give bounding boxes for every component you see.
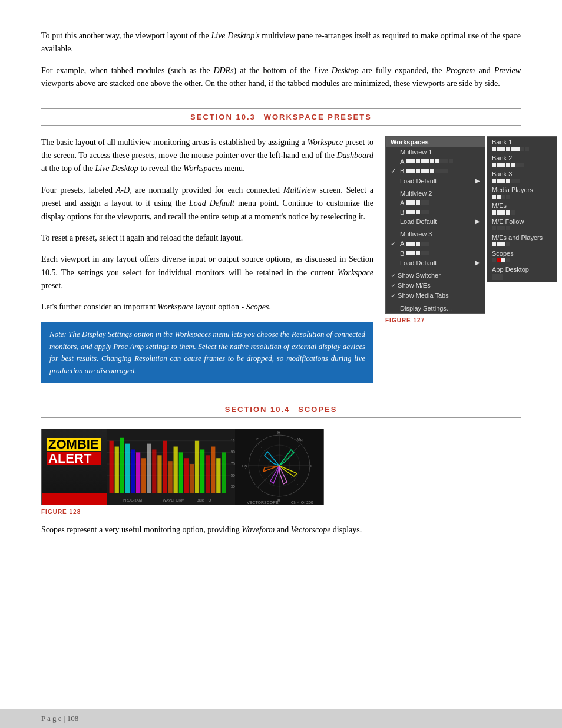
svg-rect-13	[152, 450, 156, 493]
svg-rect-11	[141, 458, 146, 493]
svg-text:Yl: Yl	[256, 437, 260, 442]
section-103-text: The basic layout of all multiview monito…	[41, 136, 373, 383]
workspace-menu: Workspaces Multiview 1 A ✓ B	[385, 136, 485, 314]
page-content: To put this another way, the viewport la…	[0, 0, 562, 580]
page-footer: P a g e | 108	[0, 709, 562, 728]
section-104-title: SCOPES	[298, 405, 337, 414]
submenu-bank1[interactable]: Bank 1	[487, 137, 557, 153]
ws-preset-b3[interactable]: B	[386, 249, 485, 258]
svg-text:50: 50	[231, 473, 235, 477]
svg-rect-10	[136, 452, 140, 493]
ws-load-default2[interactable]: Load Default ▶	[386, 217, 485, 226]
bank1-icons	[492, 147, 552, 151]
mef-icons	[492, 226, 552, 230]
ws-arrow3: ▶	[475, 259, 480, 266]
ws-load-default3[interactable]: Load Default ▶	[386, 258, 485, 268]
svg-text:110: 110	[231, 438, 235, 442]
svg-rect-22	[200, 450, 204, 493]
scopes-image: ZOMBIE ALERT	[41, 429, 324, 505]
ws-preset-a1[interactable]: A	[386, 157, 485, 166]
preset-a1-icon	[406, 159, 453, 163]
scopes-icons	[492, 258, 552, 262]
ws-para1: The basic layout of all multiview monito…	[41, 136, 373, 176]
workspace-submenu-container: Workspaces Multiview 1 A ✓ B	[385, 136, 521, 314]
ws-arrow1: ▶	[475, 177, 480, 184]
ws-show-switcher[interactable]: ✓ Show Switcher	[386, 271, 485, 281]
submenu-scopes[interactable]: Scopes	[487, 248, 557, 264]
workspace-menu-figure: Workspaces Multiview 1 A ✓ B	[385, 136, 521, 324]
svg-rect-23	[206, 455, 210, 493]
mes-icons	[492, 210, 552, 215]
svg-rect-15	[163, 441, 167, 493]
vectorscope-panel: R G B Cy Mg Yl VECTORSCOPE Ch 4 Of 200	[235, 429, 323, 505]
waveform-svg: 110 90 70 50 30 PROGRAM WAVEFORM Blue O	[107, 429, 235, 505]
ws-menu-header: Workspaces	[386, 137, 485, 147]
ws-multiview3[interactable]: Multiview 3	[386, 229, 485, 239]
section-103-content: The basic layout of all multiview monito…	[41, 136, 521, 383]
svg-rect-7	[120, 438, 124, 493]
mep-icons	[492, 242, 552, 246]
svg-text:Ch 4 Of 200: Ch 4 Of 200	[291, 500, 313, 505]
zombie-panel: ZOMBIE ALERT	[42, 429, 107, 505]
note-box: Note: The Display Settings option in the…	[41, 322, 373, 383]
submenu-bank2[interactable]: Bank 2	[487, 153, 557, 169]
ws-show-media-tabs[interactable]: ✓ Show Media Tabs	[386, 291, 485, 301]
svg-rect-21	[195, 441, 199, 493]
intro-para2: For example, when tabbed modules (such a…	[41, 64, 521, 91]
svg-text:R: R	[277, 430, 280, 434]
submenu-media-players[interactable]: Media Players	[487, 185, 557, 200]
intro-para1: To put this another way, the viewport la…	[41, 29, 521, 56]
ws-divider2	[386, 228, 485, 228]
ws-check-a3: ✓	[391, 240, 398, 248]
scopes-para1: Scopes represent a very useful monitorin…	[41, 523, 521, 536]
svg-text:Mg: Mg	[297, 437, 303, 442]
submenu-me-follow[interactable]: M/E Follow	[487, 216, 557, 232]
ws-para3: To reset a preset, select it again and r…	[41, 232, 373, 245]
section-103-number: SECTION 10.3	[190, 113, 256, 121]
svg-rect-9	[131, 450, 135, 493]
svg-rect-8	[125, 444, 130, 493]
section-104-heading: SECTION 10.4 SCOPES	[41, 401, 521, 418]
scopes-figure: ZOMBIE ALERT	[41, 429, 521, 515]
svg-text:Cy: Cy	[242, 464, 247, 469]
ws-para4: Each viewport in any layout offers diver…	[41, 253, 373, 292]
ws-preset-a2[interactable]: A	[386, 198, 485, 207]
svg-text:30: 30	[231, 485, 235, 489]
zombie-text: ZOMBIE ALERT	[47, 438, 101, 465]
section-103-title: WORKSPACE PRESETS	[264, 113, 372, 121]
ws-multiview1[interactable]: Multiview 1	[386, 147, 485, 157]
note-text: Note: The Display Settings option in the…	[49, 330, 365, 375]
svg-rect-25	[216, 458, 220, 493]
ws-preset-a3[interactable]: ✓ A	[386, 239, 485, 249]
preset-b1-icon	[406, 169, 448, 173]
page-number: P a g e | 108	[41, 714, 78, 723]
ws-display-settings[interactable]: Display Settings...	[386, 304, 485, 313]
svg-rect-5	[110, 441, 114, 493]
svg-text:VECTORSCOPE: VECTORSCOPE	[247, 500, 279, 505]
ws-preset-b1[interactable]: ✓ B	[386, 166, 485, 176]
mp-icons	[492, 195, 552, 199]
svg-rect-14	[157, 455, 161, 493]
svg-text:PROGRAM: PROGRAM	[123, 498, 142, 502]
ws-show-mes[interactable]: ✓ Show M/Es	[386, 281, 485, 291]
submenu-bank3[interactable]: Bank 3	[487, 169, 557, 185]
preset-a2-icon	[406, 200, 429, 205]
figure-128-label: FIGURE 128	[41, 509, 521, 515]
submenu-mes[interactable]: M/Es	[487, 200, 557, 216]
svg-rect-12	[147, 444, 151, 493]
bank2-icons	[492, 163, 552, 167]
vectorscope-svg: R G B Cy Mg Yl VECTORSCOPE Ch 4 Of 200	[235, 429, 323, 505]
svg-rect-24	[211, 447, 215, 493]
ws-preset-b2[interactable]: B	[386, 207, 485, 217]
figure-127-label: FIGURE 127	[385, 317, 521, 324]
ad-icons	[492, 274, 552, 280]
ws-check-b1: ✓	[391, 167, 398, 175]
ws-load-default1[interactable]: Load Default ▶	[386, 176, 485, 186]
ws-submenu: Bank 1 Bank 2 Bank 3	[487, 136, 557, 282]
submenu-mes-players[interactable]: M/Es and Players	[487, 232, 557, 248]
svg-rect-19	[184, 458, 189, 493]
waveform-panel: 110 90 70 50 30 PROGRAM WAVEFORM Blue O	[107, 429, 235, 505]
svg-text:70: 70	[231, 462, 235, 466]
submenu-app-desktop[interactable]: App Desktop	[487, 264, 557, 282]
ws-multiview2[interactable]: Multiview 2	[386, 189, 485, 198]
